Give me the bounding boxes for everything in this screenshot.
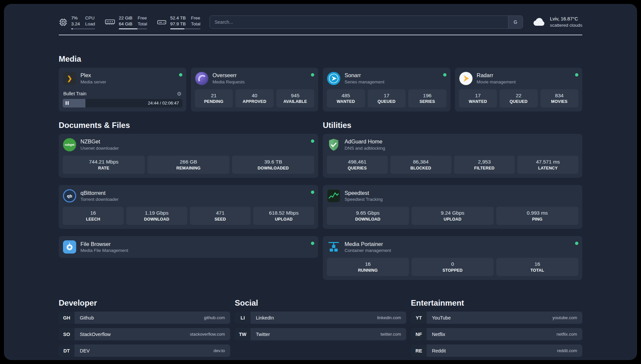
bookmark-name: DEV (80, 348, 90, 353)
bookmark-abbr: SO (59, 328, 75, 340)
search-provider-button[interactable]: G (508, 16, 523, 28)
weather-location: Lviv, 16.87°C (550, 16, 582, 22)
qbittorrent-icon: qb (63, 189, 76, 203)
stat-queries: 498,461 QUERIES (327, 156, 388, 174)
service-card-radarr[interactable]: Radarr Movie management 17 WANTED 22 QUE… (455, 68, 583, 111)
bookmark-abbr: RE (411, 345, 427, 357)
cpu-load-label: Load (85, 21, 95, 27)
cpu-load-value: 3.24 (71, 21, 80, 27)
bookmarks-entertainment: Entertainment YT YouTube youtube.com NF … (411, 298, 582, 360)
stat-blocked: 86,384 BLOCKED (390, 156, 451, 174)
bookmark-netflix[interactable]: NF Netflix netflix.com (411, 328, 582, 340)
stat-upload: 9.24 Gbps UPLOAD (412, 207, 494, 225)
service-name: Speedtest (345, 190, 383, 197)
status-dot (311, 139, 314, 143)
stat-running: 16 RUNNING (327, 258, 409, 276)
service-subtitle: Usenet downloader (80, 145, 119, 151)
section-title-documents: Documents & Files (59, 121, 318, 130)
stat-approved: 40 APPROVED (235, 89, 274, 107)
status-dot (311, 73, 314, 76)
stat-wanted: 485 WANTED (327, 89, 365, 107)
stat-upload: 618.52 Mbps UPLOAD (253, 207, 314, 225)
bookmark-name: LinkedIn (256, 315, 274, 320)
playback-progress-bar[interactable]: 24:44 / 02:06:47 (63, 99, 182, 107)
service-name: Plex (80, 72, 106, 79)
service-subtitle: Container management (345, 248, 391, 254)
radarr-icon (459, 72, 473, 85)
bookmark-url: github.com (204, 315, 225, 320)
service-card-speedtest[interactable]: Speedtest Speedtest Tracking 9.65 Gbps D… (323, 185, 582, 229)
stat-series: 196 SERIES (408, 89, 446, 107)
stat-stopped: 0 STOPPED (412, 258, 494, 276)
stat-download: 1.19 Gbps DOWNLOAD (126, 207, 187, 225)
bookmark-youtube[interactable]: YT YouTube youtube.com (411, 312, 582, 324)
bookmark-name: Github (80, 315, 94, 320)
bookmark-url: twitter.com (381, 332, 401, 337)
service-name: Radarr (477, 72, 516, 79)
section-media: Media ❯ Plex Media server Bullet Tr (59, 54, 582, 111)
service-card-overseerr[interactable]: Overseerr Media Requests 21 PENDING 40 A… (191, 68, 319, 111)
bookmark-url: stackoverflow.com (190, 332, 225, 337)
service-card-nzbget[interactable]: nzbget NZBGet Usenet downloader 744.21 M… (59, 134, 318, 178)
status-dot (575, 73, 578, 76)
stat-seed: 471 SEED (190, 207, 251, 225)
service-subtitle: Media server (80, 79, 106, 85)
bookmark-name: Twitter (256, 332, 270, 337)
bookmark-abbr: LI (235, 312, 251, 324)
status-dot (311, 242, 314, 245)
bookmark-dev[interactable]: DT DEV dev.to (59, 345, 230, 357)
disk-free-label: Free (191, 15, 200, 21)
gear-icon[interactable]: ⚙ (177, 91, 181, 97)
search-input[interactable] (210, 16, 508, 28)
weather-widget[interactable]: Lviv, 16.87°C scattered clouds (532, 16, 582, 28)
service-subtitle: Series management (345, 79, 384, 85)
sonarr-icon (327, 72, 341, 85)
top-bar: 7% 3.24 CPU Load (59, 15, 582, 29)
stat-available: 945 AVAILABLE (276, 89, 315, 107)
bookmark-name: Netflix (432, 332, 445, 337)
bookmark-linkedin[interactable]: LI LinkedIn linkedin.com (235, 312, 406, 324)
disk-progress-bar (170, 28, 200, 29)
disk-total-value: 97.9 TB (170, 21, 186, 27)
service-name: Sonarr (345, 72, 384, 79)
pause-button[interactable] (66, 101, 69, 105)
bookmark-name: StackOverflow (80, 332, 110, 337)
bookmark-twitter[interactable]: TW Twitter twitter.com (235, 328, 406, 340)
bookmark-stackoverflow[interactable]: SO StackOverflow stackoverflow.com (59, 328, 230, 340)
service-card-adguard[interactable]: AdGuard Home DNS and adblocking 498,461 … (323, 134, 582, 178)
stat-total: 16 TOTAL (496, 258, 578, 276)
section-documents: Documents & Files nzbget NZBGet Usenet d… (59, 121, 318, 258)
search-bar[interactable]: G (210, 15, 523, 29)
service-card-plex[interactable]: ❯ Plex Media server Bullet Train ⚙ (59, 68, 186, 111)
stat-pending: 21 PENDING (195, 89, 233, 107)
section-title-media: Media (59, 54, 582, 64)
stat-latency: 47.571 ms LATENCY (517, 156, 578, 174)
section-title-entertainment: Entertainment (411, 298, 582, 308)
bookmark-abbr: GH (59, 312, 75, 324)
stat-filtered: 2,953 FILTERED (454, 156, 515, 174)
service-card-filebrowser[interactable]: File Browser Media File Management (59, 236, 318, 258)
bookmark-url: youtube.com (553, 315, 577, 320)
bookmark-reddit[interactable]: RE Reddit reddit.com (411, 345, 582, 357)
bookmark-url: reddit.com (557, 348, 577, 353)
dashboard: 7% 3.24 CPU Load (4, 4, 637, 360)
bookmark-abbr: NF (411, 328, 427, 340)
service-name: AdGuard Home (345, 138, 385, 145)
bookmark-github[interactable]: GH Github github.com (59, 312, 230, 324)
cpu-progress-bar (71, 28, 95, 29)
disk-icon (157, 18, 167, 26)
status-dot (311, 191, 314, 194)
memory-icon (105, 18, 115, 26)
bookmark-abbr: YT (411, 312, 427, 324)
service-subtitle: Speedtest Tracking (345, 197, 383, 202)
service-card-portainer[interactable]: Media Portainer Container management 16 … (323, 236, 582, 280)
service-card-qbittorrent[interactable]: qb qBittorrent Torrent downloader 16 LEE… (59, 185, 318, 229)
cloud-icon (532, 16, 546, 28)
cpu-label: CPU (85, 15, 95, 21)
stat-rate: 744.21 Mbps RATE (63, 156, 145, 174)
section-title-developer: Developer (59, 298, 230, 308)
service-card-sonarr[interactable]: Sonarr Series management 485 WANTED 17 Q… (323, 68, 450, 111)
stat-wanted: 17 WANTED (459, 89, 497, 107)
bookmark-abbr: TW (235, 328, 251, 340)
service-subtitle: DNS and adblocking (345, 145, 385, 151)
